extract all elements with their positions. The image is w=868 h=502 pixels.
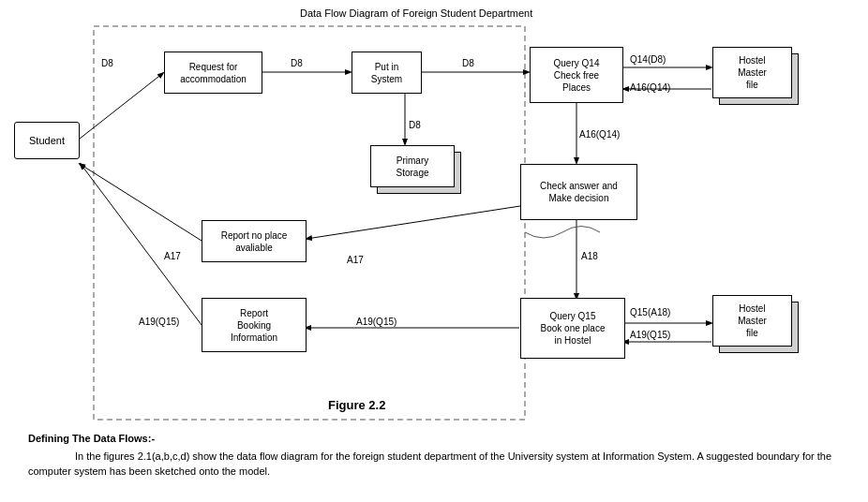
- diagram-title: Data Flow Diagram of Foreign Student Dep…: [300, 7, 532, 19]
- label-a16-q14-2: A16(Q14): [579, 129, 620, 140]
- request-box: Request foraccommodation: [164, 52, 262, 94]
- label-a19-q15-2: A19(Q15): [356, 317, 397, 327]
- label-a19-q15-3: A19(Q15): [139, 317, 179, 327]
- svg-line-8: [307, 206, 520, 239]
- label-a18: A18: [581, 251, 598, 261]
- label-a19-q15-1: A19(Q15): [630, 330, 670, 340]
- svg-line-1: [80, 73, 163, 139]
- body-text: In the figures 2.1(a,b,c,d) show the dat…: [28, 449, 853, 480]
- query-q15-box: Query Q15Book one placein Hostel: [520, 298, 625, 359]
- text-area: Defining The Data Flows:- In the figures…: [28, 431, 853, 480]
- diagram-area: Data Flow Diagram of Foreign Student Dep…: [0, 0, 868, 431]
- label-a17-2: A17: [347, 255, 364, 265]
- label-a16-q14-1: A16(Q14): [630, 82, 670, 93]
- primary-storage-box: PrimaryStorage: [370, 145, 455, 187]
- hostel-master1-box: HostelMasterfile: [712, 47, 792, 98]
- svg-line-9: [80, 164, 202, 241]
- label-q14-d8: Q14(D8): [630, 54, 666, 65]
- label-d8-2: D8: [291, 58, 303, 68]
- defining-label: Defining The Data Flows:-: [28, 431, 853, 447]
- report-no-place-box: Report no placeavaliable: [202, 220, 307, 262]
- figure-label: Figure 2.2: [328, 398, 385, 412]
- svg-rect-0: [94, 26, 525, 420]
- report-booking-box: ReportBookingInformation: [202, 298, 307, 352]
- page-container: Data Flow Diagram of Foreign Student Dep…: [0, 0, 868, 502]
- hostel-master2-box: HostelMasterfile: [712, 295, 792, 347]
- check-answer-box: Check answer andMake decision: [520, 164, 637, 220]
- label-q15-a18: Q15(A18): [630, 307, 670, 317]
- student-box: Student: [14, 122, 80, 159]
- label-d8-4: D8: [409, 120, 421, 130]
- label-d8-1: D8: [101, 58, 113, 68]
- label-d8-3: D8: [462, 58, 474, 68]
- svg-line-14: [81, 164, 202, 325]
- label-a17-1: A17: [164, 251, 181, 261]
- query-q14-box: Query Q14Check freePlaces: [530, 47, 623, 103]
- put-in-system-box: Put inSystem: [352, 52, 422, 94]
